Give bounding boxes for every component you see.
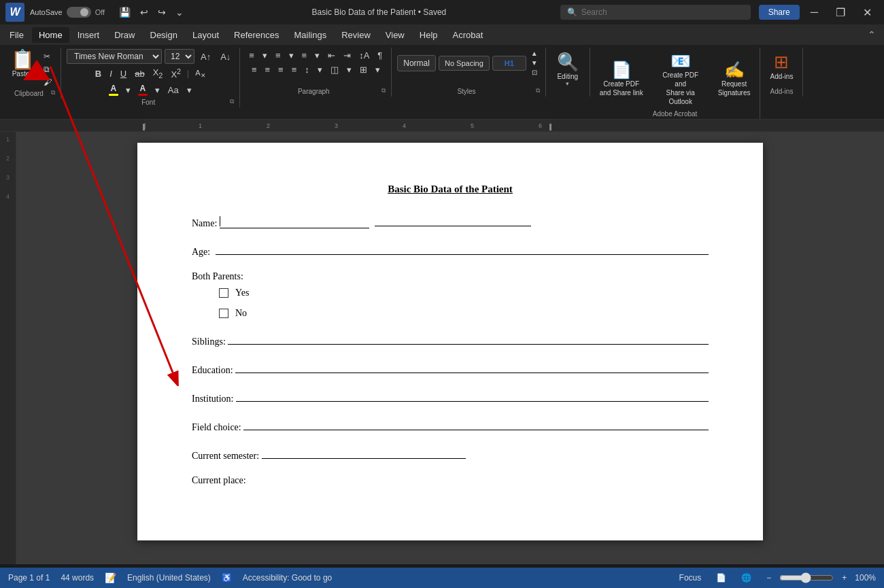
- menu-help[interactable]: Help: [413, 27, 445, 43]
- request-signatures-button[interactable]: ✍ RequestSignatures: [714, 58, 755, 100]
- no-spacing-style-button[interactable]: No Spacing: [439, 56, 490, 71]
- shading-dropdown-button[interactable]: ▾: [343, 63, 355, 76]
- clear-formatting-button[interactable]: A✕: [192, 67, 209, 80]
- multilevel-button[interactable]: ≡: [299, 49, 311, 62]
- show-marks-button[interactable]: ¶: [374, 49, 386, 62]
- bullets-button[interactable]: ≡: [245, 49, 258, 62]
- institution-line[interactable]: [236, 390, 709, 402]
- numbering-button[interactable]: ≡: [272, 49, 284, 62]
- font-name-selector[interactable]: Times New Roman: [67, 49, 162, 64]
- document-scroll-area[interactable]: Basic Bio Data of the Patient Name: Age:…: [16, 132, 884, 564]
- line-spacing-button[interactable]: ↕: [301, 63, 313, 76]
- menu-insert[interactable]: Insert: [71, 27, 107, 43]
- undo-button[interactable]: ↩: [137, 5, 152, 20]
- paragraph-expand-icon[interactable]: ⧉: [381, 87, 386, 94]
- expand-ribbon-button[interactable]: ⌃: [868, 29, 881, 40]
- menu-mailings[interactable]: Mailings: [288, 27, 334, 43]
- sort-button[interactable]: ↕A: [356, 49, 373, 62]
- create-pdf-share-link-button[interactable]: 📄 Create PDFand Share link: [596, 58, 647, 100]
- yes-checkbox[interactable]: [219, 288, 228, 298]
- font-color-button[interactable]: A: [135, 82, 150, 97]
- view-web-button[interactable]: 🌐: [737, 572, 755, 584]
- italic-button[interactable]: I: [106, 67, 116, 80]
- redo-button[interactable]: ↪: [154, 5, 169, 20]
- styles-scroll-up-button[interactable]: ▲: [529, 49, 540, 58]
- strikethrough-button[interactable]: ab: [131, 67, 148, 80]
- menu-acrobat[interactable]: Acrobat: [446, 27, 490, 43]
- shading-button[interactable]: ◫: [327, 63, 342, 76]
- subscript-button[interactable]: X2: [150, 66, 167, 81]
- menu-file[interactable]: File: [3, 27, 31, 43]
- styles-expand-button[interactable]: ⊡: [529, 68, 540, 77]
- text-highlight-button[interactable]: A: [106, 82, 121, 97]
- normal-style-button[interactable]: Normal: [397, 55, 436, 71]
- borders-dropdown-button[interactable]: ▾: [372, 63, 384, 76]
- education-line[interactable]: [235, 361, 709, 373]
- font-color-dropdown-button[interactable]: ▾: [122, 84, 134, 97]
- font-expand-icon[interactable]: ⧉: [230, 98, 234, 105]
- restore-button[interactable]: ❐: [829, 3, 852, 22]
- align-right-button[interactable]: ≡: [275, 63, 287, 76]
- font-color-dropdown2-button[interactable]: ▾: [152, 84, 163, 97]
- line-spacing-dropdown-button[interactable]: ▾: [314, 63, 326, 76]
- font-size-selector[interactable]: 12: [165, 49, 194, 64]
- multilevel-dropdown-button[interactable]: ▾: [311, 49, 323, 62]
- current-semester-label: Current semester:: [192, 451, 262, 462]
- heading1-style-button[interactable]: H1: [492, 56, 526, 71]
- change-case-button[interactable]: Aa: [165, 84, 182, 97]
- menu-design[interactable]: Design: [143, 27, 184, 43]
- addins-button[interactable]: ⊞ Add-ins: [766, 49, 797, 83]
- justify-button[interactable]: ≡: [288, 63, 301, 76]
- name-line1[interactable]: [220, 216, 369, 228]
- numbering-dropdown-button[interactable]: ▾: [286, 49, 297, 62]
- styles-expand-icon[interactable]: ⧉: [536, 87, 540, 94]
- no-checkbox[interactable]: [219, 309, 228, 318]
- view-print-layout-button[interactable]: 📄: [712, 572, 730, 584]
- borders-button[interactable]: ⊞: [356, 63, 371, 76]
- no-checkbox-item: No: [219, 308, 709, 319]
- menu-review[interactable]: Review: [335, 27, 377, 43]
- save-button[interactable]: 💾: [116, 5, 134, 20]
- name-line2[interactable]: [375, 214, 531, 226]
- zoom-slider[interactable]: [779, 572, 834, 583]
- age-line[interactable]: [216, 243, 709, 255]
- menu-references[interactable]: References: [227, 27, 286, 43]
- close-button[interactable]: ✕: [856, 3, 879, 22]
- align-left-button[interactable]: ≡: [248, 63, 260, 76]
- bold-button[interactable]: B: [92, 67, 105, 80]
- superscript-button[interactable]: X2: [167, 66, 184, 81]
- zoom-out-button[interactable]: −: [762, 572, 775, 584]
- change-case-dropdown-button[interactable]: ▾: [184, 84, 195, 97]
- inc-indent-button[interactable]: ⇥: [340, 49, 354, 62]
- minimize-button[interactable]: ─: [804, 3, 825, 21]
- decrease-font-size-button[interactable]: A↓: [217, 50, 234, 63]
- search-input[interactable]: [581, 7, 744, 17]
- focus-button[interactable]: Focus: [675, 572, 706, 584]
- format-painter-button[interactable]: 🖌: [40, 76, 55, 88]
- cut-button[interactable]: ✂: [40, 50, 55, 63]
- bullets-dropdown-button[interactable]: ▾: [259, 49, 271, 62]
- editing-button[interactable]: 🔍 Editing ▾: [551, 49, 584, 90]
- autosave-toggle[interactable]: [67, 7, 91, 18]
- align-center-button[interactable]: ≡: [261, 63, 273, 76]
- search-bar[interactable]: 🔍: [560, 5, 751, 20]
- menu-draw[interactable]: Draw: [107, 27, 141, 43]
- ribbon: 📋 Paste ▾ ✂ ⧉ 🖌 Clipboard ⧉: [0, 45, 884, 120]
- menu-home[interactable]: Home: [32, 27, 69, 43]
- dec-indent-button[interactable]: ⇤: [324, 49, 339, 62]
- siblings-line[interactable]: [228, 332, 709, 345]
- current-semester-line[interactable]: [262, 447, 466, 459]
- quick-access-more-button[interactable]: ⌄: [172, 5, 187, 20]
- underline-button[interactable]: U: [117, 67, 130, 80]
- paste-button[interactable]: 📋 Paste ▾: [7, 49, 39, 79]
- styles-scroll-down-button[interactable]: ▼: [529, 58, 540, 67]
- zoom-in-button[interactable]: +: [838, 572, 851, 584]
- copy-button[interactable]: ⧉: [40, 63, 55, 75]
- clipboard-expand-icon[interactable]: ⧉: [51, 89, 55, 97]
- field-choice-line[interactable]: [243, 418, 709, 430]
- menu-view[interactable]: View: [379, 27, 411, 43]
- share-button[interactable]: Share: [759, 5, 800, 20]
- increase-font-size-button[interactable]: A↑: [197, 50, 214, 63]
- menu-layout[interactable]: Layout: [186, 27, 226, 43]
- create-pdf-outlook-button[interactable]: 📧 Create PDF andShare via Outlook: [653, 49, 709, 109]
